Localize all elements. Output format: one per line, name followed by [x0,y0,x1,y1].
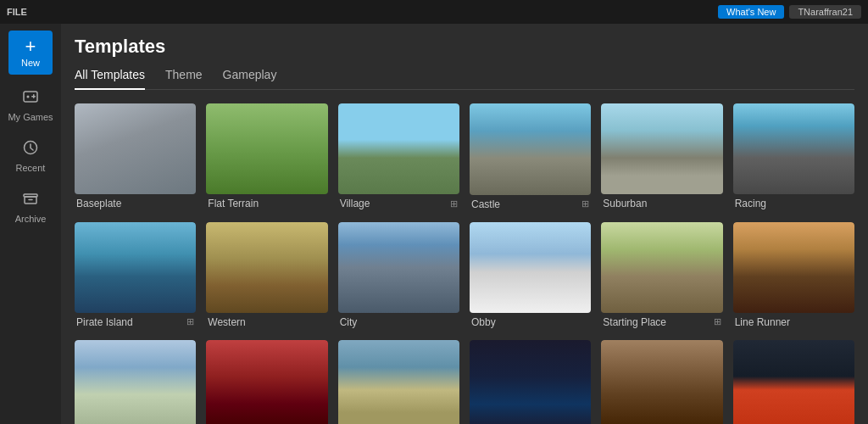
page-title: Templates [75,36,854,58]
template-card-row3-6[interactable] [733,340,854,424]
thumb-village [338,103,459,194]
plus-icon: + [25,37,36,56]
card-info-western: Western [206,313,327,330]
card-info-obby: Obby [470,313,591,330]
sidebar-item-my-games[interactable]: My Games [5,81,56,129]
card-name-castle: Castle [471,198,500,210]
thumb-western [206,222,327,313]
thumb-castle [470,103,591,195]
tabs-bar: All Templates Theme Gameplay [75,68,854,90]
card-info-flat-terrain: Flat Terrain [206,194,327,211]
templates-grid: Baseplate Flat Terrain Village ⊞ [75,103,854,424]
thumb-racing [733,103,854,194]
tab-theme[interactable]: Theme [165,68,203,90]
card-badge-pirate-island: ⊞ [186,316,194,327]
template-card-western[interactable]: Western [206,222,327,331]
sidebar-item-archive[interactable]: Archive [5,183,56,231]
sidebar-item-recent[interactable]: Recent [5,132,56,180]
template-card-racing[interactable]: Racing [733,103,854,212]
card-name-starting-place: Starting Place [603,316,666,328]
recent-label: Recent [16,163,46,173]
card-badge-village: ⊞ [450,198,458,209]
template-card-castle[interactable]: Castle ⊞ [470,103,591,212]
main-layout: + New My Games Recent Archive Templates [0,24,868,424]
thumb-row3-6 [733,340,854,424]
card-info-baseplate: Baseplate [75,194,196,211]
template-card-obby[interactable]: Obby [470,222,591,331]
card-name-pirate-island: Pirate Island [76,316,133,328]
card-info-racing: Racing [733,194,854,211]
top-bar-actions: What's New TNaraffran21 [718,5,861,19]
thumb-baseplate [75,103,196,194]
new-button[interactable]: + New [8,31,53,75]
thumb-flat-terrain [206,103,327,194]
template-card-suburban[interactable]: Suburban [601,103,722,212]
card-name-village: Village [340,198,370,209]
card-name-suburban: Suburban [603,198,647,209]
card-info-line-runner: Line Runner [733,313,854,330]
thumb-row3-1 [75,340,196,424]
template-card-starting-place[interactable]: Starting Place ⊞ [601,222,722,331]
thumb-row3-5 [601,340,722,424]
template-card-row3-2[interactable] [206,340,327,424]
template-card-row3-4[interactable] [470,340,591,424]
template-card-baseplate[interactable]: Baseplate [75,103,196,212]
card-badge-starting-place: ⊞ [714,316,721,327]
card-info-castle: Castle ⊞ [470,195,591,212]
sidebar: + New My Games Recent Archive [0,24,61,424]
file-label: FILE [7,7,27,17]
svg-point-1 [27,96,30,98]
card-badge-castle: ⊞ [581,198,589,209]
card-name-flat-terrain: Flat Terrain [208,198,259,209]
thumb-line-runner [733,222,854,313]
thumb-row3-4 [470,340,591,424]
user-button[interactable]: TNaraffran21 [789,5,861,19]
card-name-western: Western [208,316,245,328]
tab-all-templates[interactable]: All Templates [75,68,145,90]
new-label: New [21,58,40,68]
card-name-city: City [340,316,358,328]
recent-icon [22,139,39,160]
tab-gameplay[interactable]: Gameplay [223,68,277,90]
top-bar: FILE What's New TNaraffran21 [0,0,868,24]
thumb-row3-2 [206,340,327,424]
card-name-obby: Obby [471,316,496,328]
content-area: Templates All Templates Theme Gameplay B… [61,24,868,424]
template-card-row3-1[interactable] [75,340,196,424]
template-card-pirate-island[interactable]: Pirate Island ⊞ [75,222,196,331]
card-info-starting-place: Starting Place ⊞ [601,313,722,330]
card-info-pirate-island: Pirate Island ⊞ [75,313,196,330]
thumb-starting-place [601,222,722,313]
template-card-row3-5[interactable] [601,340,722,424]
template-card-line-runner[interactable]: Line Runner [733,222,854,331]
card-name-baseplate: Baseplate [76,198,121,209]
svg-rect-3 [33,94,35,98]
archive-icon [22,190,39,211]
template-card-row3-3[interactable] [338,340,459,424]
card-info-suburban: Suburban [601,194,722,211]
template-card-city[interactable]: City [338,222,459,331]
whats-new-button[interactable]: What's New [718,5,784,19]
card-info-city: City [338,313,459,330]
content-header: Templates All Templates Theme Gameplay [61,24,868,90]
card-name-racing: Racing [735,198,766,209]
template-card-flat-terrain[interactable]: Flat Terrain [206,103,327,212]
thumb-pirate-island [75,222,196,313]
thumb-city [338,222,459,313]
card-name-line-runner: Line Runner [735,316,790,328]
templates-grid-area: Baseplate Flat Terrain Village ⊞ [61,90,868,424]
my-games-icon [22,88,39,109]
thumb-row3-3 [338,340,459,424]
template-card-village[interactable]: Village ⊞ [338,103,459,212]
my-games-label: My Games [8,112,53,122]
thumb-suburban [601,103,722,194]
thumb-obby [470,222,591,314]
card-info-village: Village ⊞ [338,194,459,211]
archive-label: Archive [15,214,47,224]
